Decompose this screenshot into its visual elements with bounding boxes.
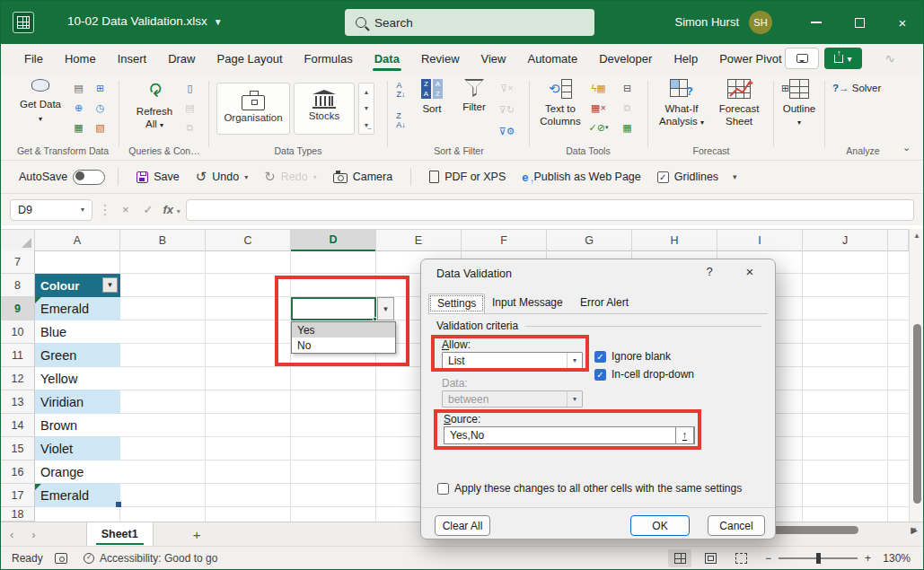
cancel-entry-icon[interactable]: × [118, 203, 134, 216]
scroll-down-icon[interactable]: ▼ [911, 526, 918, 534]
search-input[interactable]: Search [345, 9, 594, 36]
tab-home[interactable]: Home [54, 46, 107, 73]
zoom-slider[interactable] [779, 557, 858, 559]
remove-duplicates-icon[interactable]: ▦× [591, 101, 606, 115]
forecast-sheet-button[interactable]: Forecast Sheet [713, 79, 765, 128]
col-header-c[interactable]: C [206, 230, 291, 251]
zoom-slider-thumb[interactable] [816, 553, 821, 564]
col-header-g[interactable]: G [547, 230, 632, 251]
avatar[interactable]: SH [749, 11, 772, 34]
qat-overflow-icon[interactable]: ▾ [733, 172, 737, 181]
sort-az-icon[interactable]: AZ↓ [393, 83, 409, 97]
col-header-j[interactable]: J [803, 230, 888, 251]
row-header-16[interactable]: 16 [1, 460, 35, 484]
col-header-h[interactable]: H [632, 230, 717, 251]
col-header-f[interactable]: F [462, 230, 547, 251]
col-header-e[interactable]: E [376, 230, 462, 251]
tab-automate[interactable]: Automate [516, 46, 588, 73]
excel-logo-icon[interactable] [13, 12, 34, 33]
cancel-button[interactable]: Cancel [708, 515, 765, 536]
refresh-all-button[interactable]: ⟳ Refresh All ▾ [130, 79, 179, 131]
col-header-d[interactable]: D [291, 230, 376, 251]
consolidate-icon[interactable]: ⊟ [620, 81, 635, 95]
solver-button[interactable]: ?→ Solver [832, 83, 881, 93]
tab-file[interactable]: File [13, 46, 54, 73]
row-header-8[interactable]: 8 [1, 274, 35, 297]
camera-button[interactable]: Camera [328, 167, 398, 187]
cell-a14[interactable]: Brown [35, 414, 120, 437]
ok-button[interactable]: OK [630, 515, 690, 536]
cell-a15[interactable]: Violet [35, 437, 120, 460]
horizontal-scroll-thumb[interactable] [772, 526, 858, 534]
col-header-partial[interactable] [888, 230, 909, 251]
formula-input[interactable] [186, 199, 914, 221]
scroll-up-icon[interactable]: ▲ [913, 232, 920, 240]
cell-a9[interactable]: Emerald [35, 297, 120, 320]
user-name[interactable]: Simon Hurst [674, 15, 739, 29]
datatype-organisation[interactable]: Organisation [216, 83, 290, 135]
row-header-15[interactable]: 15 [1, 437, 35, 460]
whatif-analysis-button[interactable]: ? What-If Analysis ▾ [654, 79, 709, 128]
ignore-blank-checkbox[interactable]: ✓ Ignore blank [594, 350, 671, 363]
recent-sources-icon[interactable]: ◷ [92, 101, 108, 115]
get-data-button[interactable]: Get Data ▾ [17, 79, 64, 124]
sort-button[interactable]: ZAAZ Sort [415, 79, 449, 115]
vertical-scroll-thumb[interactable] [913, 324, 921, 504]
cell-a11[interactable]: Green [35, 344, 120, 367]
dialog-tab-error-alert[interactable]: Error Alert [572, 294, 637, 313]
maximize-button[interactable] [839, 1, 880, 44]
filter-button[interactable]: Filter [456, 79, 492, 113]
zoom-in-button[interactable]: + [865, 552, 871, 565]
datatype-scroll-control[interactable]: ▲ ▼ ▼̲ [358, 83, 374, 135]
accessibility-status[interactable]: Accessibility: Good to go [84, 552, 217, 565]
row-header-12[interactable]: 12 [1, 367, 35, 390]
sort-za-icon[interactable]: ZA↓ [393, 113, 409, 127]
cell-a17[interactable]: Emerald [35, 484, 120, 507]
table-header-cell[interactable]: Colour ▼ [35, 274, 120, 297]
queries-connections-icon[interactable]: ▯ [182, 81, 198, 95]
manage-data-model-icon[interactable]: ▦ [620, 120, 635, 135]
row-header-14[interactable]: 14 [1, 414, 35, 437]
zoom-level[interactable]: 130% [878, 552, 911, 565]
undo-button[interactable]: ↺Undo▾ [190, 165, 253, 189]
next-sheet-icon[interactable]: › [22, 528, 44, 541]
col-header-b[interactable]: B [120, 230, 206, 251]
datatype-stocks[interactable]: Stocks [294, 83, 355, 135]
row-header-17[interactable]: 17 [1, 484, 35, 507]
macro-record-button[interactable] [55, 553, 67, 564]
tab-data[interactable]: Data [364, 46, 410, 73]
vertical-scrollbar[interactable]: ▲ [909, 229, 924, 522]
add-sheet-button[interactable]: + [193, 527, 201, 542]
row-header-9[interactable]: 9 [1, 297, 35, 320]
cell-a10[interactable]: Blue [35, 320, 120, 344]
page-layout-view-button[interactable] [699, 549, 722, 567]
minimize-button[interactable] [796, 1, 837, 44]
advanced-filter-icon[interactable]: ⊽⚙ [499, 124, 515, 138]
cell-a16[interactable]: Orange [35, 460, 120, 484]
from-web-icon[interactable]: ⊕ [71, 101, 86, 115]
dialog-help-button[interactable]: ? [700, 265, 719, 278]
comments-button[interactable] [785, 48, 819, 69]
outline-button[interactable]: Outline▾ [779, 79, 819, 128]
row-header-13[interactable]: 13 [1, 390, 35, 414]
apply-all-checkbox[interactable]: Apply these changes to all other cells w… [437, 482, 742, 495]
sheet-tab-sheet1[interactable]: Sheet1 [86, 522, 154, 546]
existing-connections-icon[interactable]: ▧ [92, 120, 108, 135]
from-text-csv-icon[interactable]: ▤ [71, 81, 86, 95]
gridlines-checkbox[interactable]: ✓Gridlines [652, 167, 724, 187]
row-header-10[interactable]: 10 [1, 320, 35, 344]
autosave-toggle[interactable] [73, 170, 105, 185]
horizontal-scrollbar[interactable]: ▶ [772, 525, 905, 536]
pdf-xps-button[interactable]: PDF or XPS [424, 167, 511, 187]
table-resize-handle[interactable] [116, 502, 121, 507]
insert-function-button[interactable]: fx ▾ [163, 203, 180, 216]
dialog-tab-settings[interactable]: Settings [428, 294, 485, 313]
filter-dropdown-button[interactable]: ▼ [102, 277, 118, 293]
close-button[interactable]: × [882, 1, 923, 44]
row-header-11[interactable]: 11 [1, 344, 35, 367]
tab-view[interactable]: View [471, 46, 517, 73]
zoom-out-button[interactable]: − [765, 552, 771, 565]
from-table-range-icon[interactable]: ▦ [71, 120, 86, 135]
select-all-corner[interactable] [1, 230, 35, 251]
tab-power-pivot[interactable]: Power Pivot [708, 46, 792, 73]
